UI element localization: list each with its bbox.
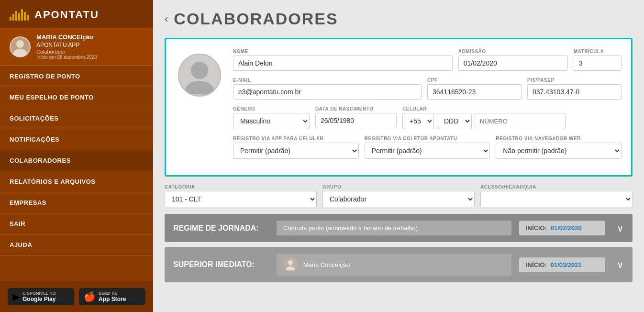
sidebar-item-colaboradores[interactable]: COLABORADORES bbox=[0, 150, 153, 171]
matricula-label: MATRÍCULA bbox=[574, 49, 622, 54]
superior-imediato-label: SUPERIOR IMEDIATO: bbox=[173, 260, 269, 269]
sidebar-item-relatorios-e-arquivos[interactable]: RELATÓRIOS E ARQUIVOS bbox=[0, 171, 153, 192]
nome-input[interactable] bbox=[233, 56, 453, 71]
user-info: MARIA CONCEIção APONTATU APP Colaborador… bbox=[36, 33, 97, 60]
sidebar-item-notificacoes[interactable]: NOTIFICAÇÕES bbox=[0, 129, 153, 150]
celular-label: CELULAR bbox=[402, 106, 622, 111]
superior-imediato-date: INÍCIO: 01/03/2021 bbox=[519, 257, 605, 272]
categoria-select[interactable]: 101 - CLT bbox=[165, 191, 317, 207]
grupo-label: GRUPO bbox=[322, 184, 475, 189]
admissao-group: ADMISSÃO bbox=[458, 49, 568, 71]
acesso-select[interactable] bbox=[480, 191, 633, 207]
svg-point-4 bbox=[288, 260, 293, 265]
avatar bbox=[10, 36, 31, 57]
cpf-input[interactable] bbox=[427, 84, 522, 100]
genero-group: GÊNERO Masculino Feminino bbox=[233, 106, 310, 129]
superior-imediato-value: Maria Conceição bbox=[277, 254, 511, 276]
employee-avatar bbox=[178, 54, 221, 97]
svg-point-3 bbox=[185, 81, 214, 94]
main-content: ‹ COLABORADORES NOME ADMISSÃO bbox=[153, 0, 644, 312]
page-header: ‹ COLABORADORES bbox=[165, 10, 633, 28]
celular-fields: +55 DDD bbox=[402, 113, 622, 129]
user-role: Colaborador bbox=[36, 49, 97, 55]
superior-avatar bbox=[283, 257, 298, 272]
employee-avatar-section bbox=[176, 49, 223, 166]
matricula-input[interactable] bbox=[574, 56, 622, 71]
sidebar-item-empresas[interactable]: EMPRESAS bbox=[0, 192, 153, 213]
user-since: Início em 08 dezembro 2020 bbox=[36, 55, 97, 60]
regime-jornada-date: INÍCIO: 01/02/2020 bbox=[519, 221, 605, 235]
grupo-select[interactable]: Colaborador bbox=[322, 191, 475, 207]
cpf-group: CPF bbox=[427, 78, 522, 100]
accordion-regime-jornada[interactable]: REGIME DE JORNADA: Controla ponto (subme… bbox=[165, 214, 633, 242]
acesso-label: ACESSO/HIERARQUIA bbox=[480, 184, 633, 189]
registro-nav-group: REGISTRO VIA NAVEGADOR WEB Não permitir … bbox=[496, 136, 622, 159]
sidebar-nav: REGISTRO DE PONTO MEU ESPELHO DE PONTO S… bbox=[0, 66, 153, 281]
sidebar-item-meu-espelho-de-ponto[interactable]: MEU ESPELHO DE PONTO bbox=[0, 87, 153, 108]
celular-numero-input[interactable] bbox=[475, 113, 566, 129]
form-row-2: E-MAIL CPF PIS/PASEP bbox=[233, 78, 622, 100]
google-play-badge[interactable]: ▶ DISPONÍVEL NO Google Play bbox=[8, 288, 74, 305]
admissao-input[interactable] bbox=[458, 56, 568, 71]
pis-group: PIS/PASEP bbox=[527, 78, 622, 100]
acesso-group: ACESSO/HIERARQUIA bbox=[480, 184, 633, 207]
registro-nav-select[interactable]: Não permitir (padrão) Permitir bbox=[496, 143, 622, 159]
registro-nav-label: REGISTRO VIA NAVEGADOR WEB bbox=[496, 136, 622, 141]
superior-name: Maria Conceição bbox=[303, 261, 350, 268]
registro-coletor-group: REGISTRO VIA COLETOR APONTATU Permitir (… bbox=[365, 136, 490, 159]
registro-coletor-select[interactable]: Permitir (padrão) Não permitir bbox=[365, 143, 490, 159]
sidebar-item-sair[interactable]: SAIR bbox=[0, 213, 153, 234]
celular-ddd-select[interactable]: DDD bbox=[437, 113, 472, 129]
celular-group: CELULAR +55 DDD bbox=[402, 106, 622, 129]
categoria-label: CATEGORIA bbox=[165, 184, 317, 189]
nome-group: NOME bbox=[233, 49, 453, 71]
app-store-name: App Store bbox=[99, 296, 126, 302]
celular-ddi-select[interactable]: +55 bbox=[402, 113, 434, 129]
user-name: MARIA CONCEIção bbox=[36, 33, 97, 42]
grupo-group: GRUPO Colaborador bbox=[322, 184, 475, 207]
superior-imediato-inicio-label: INÍCIO: bbox=[526, 261, 547, 268]
admissao-label: ADMISSÃO bbox=[458, 49, 568, 54]
sidebar-footer: ▶ DISPONÍVEL NO Google Play 🍎 Baixar na … bbox=[0, 281, 153, 312]
cpf-label: CPF bbox=[427, 78, 522, 83]
logo-text: APONTATU bbox=[34, 9, 99, 21]
back-arrow[interactable]: ‹ bbox=[165, 13, 168, 25]
sidebar-item-solicitacoes[interactable]: SOLICITAÇÕES bbox=[0, 108, 153, 129]
email-label: E-MAIL bbox=[233, 78, 422, 83]
nome-label: NOME bbox=[233, 49, 453, 54]
registro-app-select[interactable]: Permitir (padrão) Não permitir bbox=[233, 143, 359, 159]
superior-imediato-chevron: ∨ bbox=[617, 259, 624, 270]
sidebar-item-ajuda[interactable]: AJUDA bbox=[0, 234, 153, 256]
logo-icon bbox=[10, 9, 29, 21]
registro-app-group: REGISTRO VIA APP PARA CELULAR Permitir (… bbox=[233, 136, 359, 159]
bottom-row: CATEGORIA 101 - CLT GRUPO Colaborador AC… bbox=[165, 184, 633, 207]
sidebar: APONTATU MARIA CONCEIção APONTATU APP Co… bbox=[0, 0, 153, 312]
employee-card: NOME ADMISSÃO MATRÍCULA E-MAIL bbox=[165, 38, 633, 177]
nascimento-label: DATA DE NASCIMENTO bbox=[315, 106, 397, 111]
sidebar-item-registro-de-ponto[interactable]: REGISTRO DE PONTO bbox=[0, 66, 153, 87]
superior-imediato-inicio-value: 01/03/2021 bbox=[551, 261, 582, 268]
apple-icon: 🍎 bbox=[84, 291, 96, 302]
form-row-1: NOME ADMISSÃO MATRÍCULA bbox=[233, 49, 622, 71]
genero-select[interactable]: Masculino Feminino bbox=[233, 113, 310, 129]
genero-label: GÊNERO bbox=[233, 106, 310, 111]
pis-label: PIS/PASEP bbox=[527, 78, 622, 83]
sidebar-logo: APONTATU bbox=[0, 0, 153, 28]
regime-jornada-value: Controla ponto (submetido a horário de t… bbox=[277, 221, 511, 235]
sidebar-user: MARIA CONCEIção APONTATU APP Colaborador… bbox=[0, 28, 153, 66]
regime-jornada-inicio-value: 01/02/2020 bbox=[551, 224, 582, 232]
app-store-small: Baixar na bbox=[99, 291, 126, 296]
form-row-3: GÊNERO Masculino Feminino DATA DE NASCIM… bbox=[233, 106, 622, 129]
pis-input[interactable] bbox=[527, 84, 622, 100]
email-input[interactable] bbox=[233, 84, 422, 100]
nascimento-group: DATA DE NASCIMENTO bbox=[315, 106, 397, 129]
svg-point-2 bbox=[191, 62, 208, 79]
form-row-4: REGISTRO VIA APP PARA CELULAR Permitir (… bbox=[233, 136, 622, 159]
accordion-superior-imediato[interactable]: SUPERIOR IMEDIATO: Maria Conceição INÍCI… bbox=[165, 247, 633, 282]
page-title: COLABORADORES bbox=[174, 10, 338, 28]
svg-point-1 bbox=[13, 49, 27, 56]
regime-jornada-chevron: ∨ bbox=[617, 223, 624, 234]
nascimento-input[interactable] bbox=[315, 113, 397, 128]
app-store-badge[interactable]: 🍎 Baixar na App Store bbox=[79, 288, 145, 305]
matricula-group: MATRÍCULA bbox=[574, 49, 622, 71]
